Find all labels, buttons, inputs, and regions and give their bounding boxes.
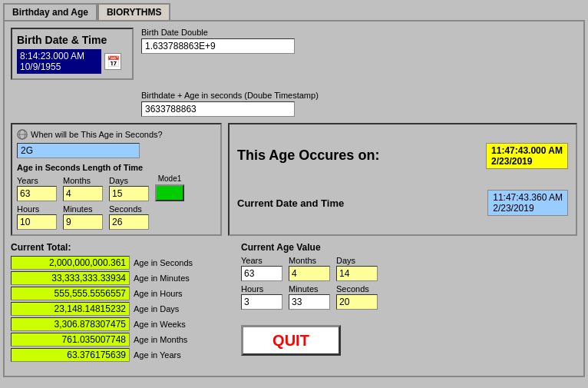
- current-total-box: Current Total: Age in Seconds Age in Min…: [11, 242, 233, 363]
- cv-hours-input[interactable]: [241, 294, 282, 310]
- total-rows-container: Age in Seconds Age in Minutes Age in Hou…: [11, 256, 233, 362]
- total-value-4[interactable]: [11, 317, 130, 331]
- birth-double-input[interactable]: [141, 38, 295, 54]
- calendar-icon[interactable]: 📅: [104, 53, 121, 70]
- total-unit-3: Age in Days: [134, 304, 179, 313]
- days-input[interactable]: [109, 186, 149, 201]
- seconds-input[interactable]: [109, 214, 149, 230]
- minutes-group: Minutes: [63, 204, 103, 230]
- years-input[interactable]: [17, 186, 57, 201]
- birth-double-section: Birth Date Double: [141, 28, 577, 80]
- cv-months-input[interactable]: [289, 266, 330, 281]
- cv-minutes-input[interactable]: [289, 294, 330, 310]
- cv-days-input[interactable]: [336, 266, 378, 281]
- cv-seconds-input[interactable]: [336, 294, 378, 310]
- cv-years-group: Years: [241, 256, 282, 281]
- current-date-label: Current Date and Time: [237, 197, 344, 209]
- total-value-5[interactable]: [11, 333, 130, 347]
- total-unit-4: Age in Weeks: [134, 320, 186, 329]
- birth-double-label: Birth Date Double: [141, 28, 577, 37]
- age-length-title: Age in Seconds Length of Time: [17, 163, 216, 172]
- birth-datetime-value[interactable]: 8:14:23.000 AM 10/9/1955: [17, 49, 101, 74]
- main-panel: Birth Date & Time 8:14:23.000 AM 10/9/19…: [3, 20, 585, 377]
- current-age-title: Current Age Value: [241, 242, 577, 253]
- mode1-indicator: [155, 184, 184, 201]
- total-value-1[interactable]: [11, 271, 130, 285]
- months-input[interactable]: [63, 186, 103, 201]
- birthdate-plus-section: Birthdate + Age in seconds (Doube Timest…: [141, 91, 319, 117]
- days-group: Days: [109, 176, 149, 201]
- quit-button[interactable]: QUIT: [241, 325, 341, 356]
- total-value-6[interactable]: [11, 348, 130, 362]
- total-row: Age in Years: [11, 348, 233, 362]
- total-row: Age in Hours: [11, 287, 233, 300]
- total-value-2[interactable]: [11, 287, 130, 300]
- total-unit-0: Age in Seconds: [134, 258, 193, 267]
- total-unit-1: Age in Minutes: [134, 274, 190, 283]
- this-age-title: This Age Occures on:: [237, 148, 379, 164]
- cv-days-group: Days: [336, 256, 378, 281]
- birthdate-plus-input[interactable]: [141, 101, 295, 117]
- total-unit-5: Age in Months: [134, 335, 187, 344]
- total-row: Age in Days: [11, 302, 233, 316]
- total-value-0[interactable]: [11, 256, 130, 270]
- age-seconds-input[interactable]: [17, 143, 140, 158]
- current-date-value: 11:47:43.360 AM 2/23/2019: [487, 190, 568, 216]
- hours-input[interactable]: [17, 214, 57, 230]
- this-age-box: This Age Occures on: 11:47:43.000 AM 2/2…: [228, 123, 577, 236]
- mode1-box: Mode1: [155, 174, 184, 201]
- cv-seconds-group: Seconds: [336, 284, 378, 310]
- total-unit-2: Age in Hours: [134, 289, 183, 298]
- this-age-value: 11:47:43.000 AM 2/23/2019: [486, 143, 568, 169]
- cv-minutes-group: Minutes: [289, 284, 330, 310]
- total-row: Age in Seconds: [11, 256, 233, 270]
- tab-birthday-age[interactable]: Birthday and Age: [3, 3, 97, 20]
- seconds-group: Seconds: [109, 204, 149, 230]
- cv-years-input[interactable]: [241, 266, 282, 281]
- months-group: Months: [63, 176, 103, 201]
- total-row: Age in Months: [11, 333, 233, 347]
- hours-group: Hours: [17, 204, 57, 230]
- total-unit-6: Age in Years: [134, 350, 181, 360]
- tab-biorythms[interactable]: BIORYTHMS: [97, 3, 171, 20]
- total-row: Age in Minutes: [11, 271, 233, 285]
- minutes-input[interactable]: [63, 214, 103, 230]
- current-age-box: Current Age Value Years Months Days Hour…: [241, 242, 577, 363]
- cv-hours-group: Hours: [241, 284, 282, 310]
- current-total-title: Current Total:: [11, 242, 233, 253]
- total-value-3[interactable]: [11, 302, 130, 316]
- years-group: Years: [17, 176, 57, 201]
- birth-date-title: Birth Date & Time: [17, 34, 127, 46]
- birthdate-plus-label: Birthdate + Age in seconds (Doube Timest…: [141, 91, 319, 100]
- globe-icon: [17, 129, 28, 140]
- age-seconds-title-row: When will be This Age in Seconds?: [17, 129, 216, 140]
- age-seconds-box: When will be This Age in Seconds? Age in…: [11, 123, 222, 236]
- total-row: Age in Weeks: [11, 317, 233, 331]
- cv-months-group: Months: [289, 256, 330, 281]
- birth-date-section: Birth Date & Time 8:14:23.000 AM 10/9/19…: [11, 28, 134, 80]
